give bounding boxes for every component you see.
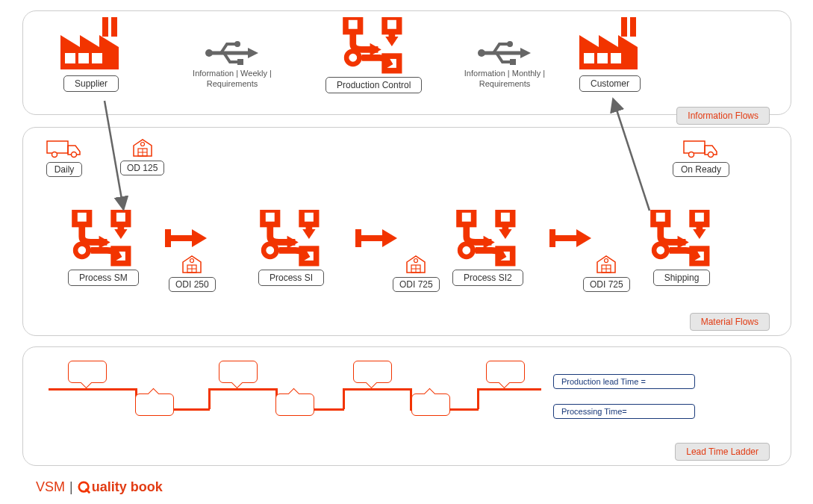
truck-icon <box>682 138 720 159</box>
process-sm-node: Process SM <box>68 210 139 286</box>
factory-icon <box>579 17 641 72</box>
info-monthly-label: Information | Monthly | Requirements <box>452 68 557 90</box>
truck-icon <box>46 138 83 159</box>
ladder-bubble-top <box>219 361 258 383</box>
ladder-bubble-bot <box>411 393 450 416</box>
supplier-node: Supplier <box>60 17 122 92</box>
processing-time-box: Processing Time= <box>553 404 695 419</box>
factory-icon <box>60 17 122 72</box>
odi250-label: ODI 250 <box>169 277 216 292</box>
push-arrow-2 <box>355 225 399 252</box>
info-weekly: Information | Weekly | Requirements <box>184 38 281 90</box>
on-ready-node: On Ready <box>673 138 729 177</box>
process-icon <box>260 210 323 267</box>
shipping-label: Shipping <box>653 270 711 286</box>
ladder-seg <box>477 388 541 391</box>
warehouse-icon <box>132 138 153 158</box>
information-flows-badge: Information Flows <box>676 107 770 125</box>
ladder-bubble-bot <box>275 393 314 416</box>
ladder-seg <box>208 388 277 391</box>
daily-node: Daily <box>46 138 83 177</box>
footer-sep: | <box>69 479 73 495</box>
process-si2-node: Process SI2 <box>452 210 523 286</box>
ladder-bubble-bot <box>135 393 174 416</box>
info-weekly-label: Information | Weekly | Requirements <box>184 68 281 90</box>
footer: VSM | uality book <box>36 479 163 495</box>
production-control-node: Production Control <box>325 17 422 93</box>
process-si-node: Process SI <box>258 210 324 286</box>
push-arrow-3 <box>549 225 593 252</box>
on-ready-label: On Ready <box>673 162 729 177</box>
warehouse-icon <box>181 255 202 274</box>
ladder-seg <box>343 388 345 409</box>
process-icon <box>339 17 409 74</box>
production-control-label: Production Control <box>325 77 422 93</box>
material-flows-panel: Material Flows Daily OD 125 On Ready Pro… <box>22 127 791 336</box>
process-icon <box>456 210 519 267</box>
ladder-seg <box>208 388 211 409</box>
ladder-seg <box>49 388 137 391</box>
odi725b-node: ODI 725 <box>583 255 630 292</box>
odi250-node: ODI 250 <box>169 255 216 292</box>
footer-vsm: VSM <box>36 479 65 495</box>
info-monthly: Information | Monthly | Requirements <box>452 38 557 90</box>
odi725b-label: ODI 725 <box>583 277 630 292</box>
od125-label: OD 125 <box>120 161 164 175</box>
warehouse-icon <box>596 255 617 274</box>
warehouse-icon <box>405 255 426 274</box>
lead-time-ladder-panel: Lead Time Ladder Production lead Time = … <box>22 346 791 466</box>
svg-line-35 <box>86 488 90 492</box>
customer-label: Customer <box>579 75 641 92</box>
process-sm-label: Process SM <box>68 270 139 286</box>
footer-brand-text: uality book <box>92 479 163 495</box>
process-icon <box>650 210 713 267</box>
ladder-seg <box>343 388 411 391</box>
od125-node: OD 125 <box>120 138 164 175</box>
ladder-seg <box>477 388 479 409</box>
process-icon <box>72 210 134 267</box>
push-arrow-1 <box>165 225 208 252</box>
ladder-bubble-top <box>353 361 392 383</box>
daily-label: Daily <box>46 162 83 177</box>
customer-node: Customer <box>579 17 641 92</box>
odi725a-node: ODI 725 <box>393 255 440 292</box>
push-arrow-icon <box>355 225 399 252</box>
lead-time-ladder-badge: Lead Time Ladder <box>675 443 770 461</box>
process-si2-label: Process SI2 <box>452 270 523 286</box>
shipping-node: Shipping <box>650 210 713 286</box>
usb-icon <box>477 38 532 68</box>
production-lead-time-box: Production lead Time = <box>553 374 695 389</box>
push-arrow-icon <box>549 225 593 252</box>
q-logo-icon <box>78 481 91 494</box>
supplier-label: Supplier <box>63 75 119 92</box>
ladder-bubble-top <box>486 361 525 383</box>
footer-brand: uality book <box>78 479 163 495</box>
material-flows-badge: Material Flows <box>690 313 770 331</box>
push-arrow-icon <box>165 225 208 252</box>
process-si-label: Process SI <box>258 270 324 286</box>
ladder-bubble-top <box>68 361 107 383</box>
information-flows-panel: Information Flows Supplier Information |… <box>22 10 791 115</box>
odi725a-label: ODI 725 <box>393 277 440 292</box>
usb-icon <box>205 38 260 68</box>
